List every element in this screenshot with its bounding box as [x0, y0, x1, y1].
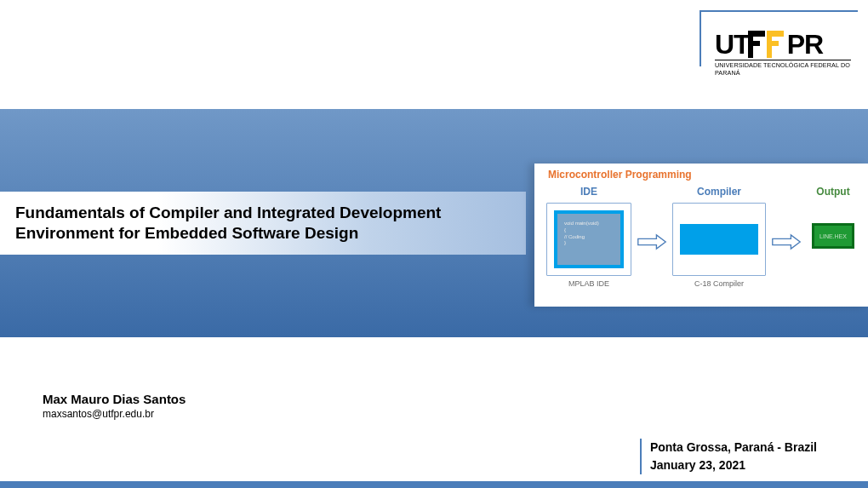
author-name: Max Mauro Dias Santos: [43, 392, 186, 406]
diagram-compiler-group: Compiler C-18 Compiler: [672, 186, 766, 300]
diagram-ide-codebox: void main(void) { // Coding }: [554, 210, 624, 268]
logo-content: UTPR UNIVERSIDADE TECNOLÓGICA FEDERAL DO…: [715, 31, 851, 77]
title-line-1: Fundamentals of Compiler and Integrated …: [15, 203, 511, 223]
arrow-icon: [771, 233, 802, 250]
author-block: Max Mauro Dias Santos maxsantos@utfpr.ed…: [43, 392, 186, 420]
diagram-ide-group: IDE void main(void) { // Coding } MPLAB …: [546, 186, 631, 300]
diagram-heading: Microcontroller Programming: [548, 169, 692, 181]
footer-block: Ponta Grossa, Paraná - Brazil January 23…: [640, 439, 817, 474]
title-box: Fundamentals of Compiler and Integrated …: [0, 192, 526, 255]
logo-f-yellow-icon: [767, 31, 789, 58]
bottom-decor-bar: [0, 481, 868, 488]
logo-top-rule: [700, 10, 858, 12]
diagram-ide-code: void main(void) { // Coding }: [564, 221, 599, 247]
diagram-output-box: LINE.HEX: [805, 203, 861, 276]
title-line-2: Environment for Embedded Software Design: [15, 223, 511, 244]
logo-left-rule: [700, 10, 701, 66]
diagram-compiler-inner: [680, 224, 758, 255]
diagram-ide-sub: MPLAB IDE: [546, 279, 631, 288]
footer-date: January 23, 2021: [650, 456, 817, 474]
diagram-compiler-label: Compiler: [672, 186, 766, 198]
diagram-panel: Microcontroller Programming IDE void mai…: [534, 164, 868, 307]
diagram-compiler-box: [672, 203, 766, 276]
diagram-output-label: Output: [805, 186, 861, 198]
diagram-ide-box: void main(void) { // Coding }: [546, 203, 631, 276]
diagram-output-file: LINE.HEX: [812, 223, 854, 249]
institution-logo: UTPR UNIVERSIDADE TECNOLÓGICA FEDERAL DO…: [700, 10, 858, 87]
logo-text: UTPR: [715, 31, 851, 58]
arrow-icon: [637, 233, 667, 250]
diagram-output-group: Output LINE.HEX: [805, 186, 861, 300]
diagram-ide-label: IDE: [546, 186, 631, 198]
footer-location: Ponta Grossa, Paraná - Brazil: [650, 439, 817, 456]
logo-subtitle: UNIVERSIDADE TECNOLÓGICA FEDERAL DO PARA…: [715, 60, 851, 77]
diagram-compiler-sub: C-18 Compiler: [672, 279, 766, 288]
author-email: maxsantos@utfpr.edu.br: [43, 408, 186, 420]
